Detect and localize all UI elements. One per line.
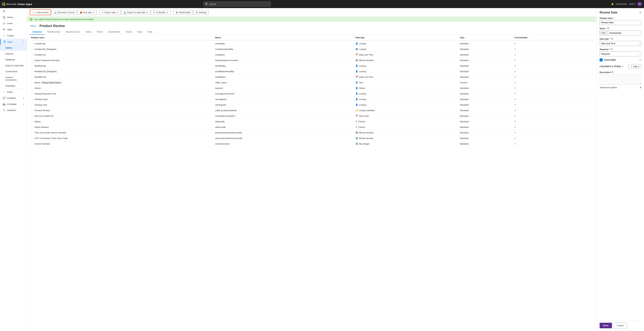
display-name-input[interactable] [600,20,641,25]
panel-close-button[interactable]: ✕ [639,11,641,14]
required-info-icon[interactable]: ⓘ [610,48,612,51]
col-header-display-name[interactable]: Display name ↑↓ [30,35,214,41]
col-header-data-type[interactable]: Data type ↕ [354,35,458,41]
sidebar-label-export-lake: Export to data lake [6,64,24,67]
row-dots[interactable]: ··· [31,70,34,73]
cell-type: Standard [458,130,513,135]
row-dots[interactable]: ··· [31,115,34,117]
sidebar-item-connections[interactable]: Connections [0,68,27,74]
sidebar-item-choices[interactable]: Choices [0,51,27,57]
sidebar-item-flows[interactable]: ↔ Flows [0,89,27,95]
searchable-row: Searchable ⓘ [600,58,641,61]
name-input[interactable] [608,30,641,35]
calc-rollup-row: Calculated or Rollup ⓘ ＋ Add ∨ [600,64,641,69]
row-dots[interactable]: ··· [31,126,34,128]
search-placeholder: Search [210,3,216,5]
sidebar-item-apps[interactable]: ⊞ Apps [0,26,27,32]
edit-excel-button[interactable]: 📊 Edit data in Excel [52,10,77,15]
sidebar-item-data[interactable]: 🗄 Data ∧ [0,39,27,45]
col-header-customizable[interactable]: Customizable ↕ [513,35,594,41]
sidebar-item-learn[interactable]: 📖 Learn [0,20,27,26]
tab-columns[interactable]: Columns [30,29,44,35]
sidebar-item-gateways[interactable]: Gateways [0,83,27,89]
row-dots[interactable]: ··· [31,104,34,106]
sidebar-hamburger[interactable]: ☰ [0,8,27,14]
sidebar-item-tables[interactable]: Tables [0,45,27,51]
tab-keys[interactable]: Keys [135,29,145,35]
tab-relationships[interactable]: Relationships [44,29,63,35]
cell-type: Standard [458,96,513,102]
ai-builder-chevron-icon: ∨ [23,103,24,105]
advanced-options-row[interactable]: Advanced options ∨ [600,84,641,90]
sidebar-item-dataflows[interactable]: Dataflows [0,57,27,63]
settings-button[interactable]: ⚙ Settings [194,10,209,15]
check-icon: ✓ [514,42,516,45]
tab-charts[interactable]: Charts [123,29,135,35]
row-dots[interactable]: ··· [31,59,34,61]
add-column-button[interactable]: ＋ + Add column [30,9,51,15]
required-select[interactable]: Required Optional [600,51,641,56]
cell-name: modifiedon [214,74,354,80]
row-dots[interactable]: ··· [31,87,34,89]
table-row: ··· Modified By modifiedby 👤 Lookup Stan… [30,63,594,69]
row-dots[interactable]: ··· [31,137,34,139]
sidebar-item-export-lake[interactable]: Export to data lake [0,63,27,68]
calc-rollup-info-icon[interactable]: ⓘ [622,65,624,68]
ai-builder-button[interactable]: ✦ AI Builder ∨ [151,10,170,15]
tab-views[interactable]: Views [83,29,94,35]
description-info-icon[interactable]: ⓘ [612,71,614,74]
done-button[interactable]: Done [600,323,612,328]
tab-dashboards[interactable]: Dashboards [106,29,123,35]
data-table-area: Display name ↑↓ Name ↕ Data type ↕ Type … [27,35,597,331]
name-info-icon[interactable]: ⓘ [607,27,609,30]
row-dots[interactable]: ··· [31,109,34,112]
row-dots[interactable]: ··· [31,143,34,145]
user-avatar[interactable]: MR [637,2,642,6]
main-content: ＋ + Add column 📊 Edit data in Excel 📥 Ge… [27,8,597,331]
row-dots[interactable]: ··· [31,65,34,67]
row-dots[interactable]: ··· [31,120,34,123]
cell-display-name: ··· Time Zone Rule Version Number [30,130,214,135]
sidebar-item-chatbots[interactable]: 💬 Chatbots ∨ [0,95,27,101]
col-header-type[interactable]: Type ↕ [458,35,513,41]
check-icon: ✓ [514,109,516,112]
tab-data[interactable]: Data [145,29,155,35]
sidebar-item-create[interactable]: ＋ Create [0,32,27,39]
description-textarea[interactable] [600,74,641,84]
tab-business-rules[interactable]: Business rules [63,29,83,35]
row-dots[interactable]: ··· [31,131,34,134]
row-dots[interactable]: ··· [31,48,34,50]
tab-forms[interactable]: Forms [94,29,106,35]
type-icon: 👤 [356,104,358,106]
export-data-button[interactable]: ⇒ Export data ∨ [100,10,121,15]
searchable-info-icon[interactable]: ⓘ [639,58,641,61]
row-dots[interactable]: ··· [31,81,34,84]
sidebar-item-ai-builder[interactable]: 🤖 AI Builder ∨ [0,101,27,107]
add-label: Add [633,65,637,68]
search-bar[interactable]: 🔍 Search [204,1,271,7]
data-type-info-icon[interactable]: ⓘ [611,37,613,40]
row-dots[interactable]: ··· [31,53,34,56]
breadcrumb-parent[interactable]: Tables [30,25,36,27]
sidebar-item-solutions[interactable]: 🔧 Solutions [0,107,27,113]
export-lake-button[interactable]: 🌊 Export to data lake ∨ [121,10,150,15]
col-header-name[interactable]: Name ↕ [214,35,354,41]
cancel-button[interactable]: Cancel [613,323,627,328]
delete-table-button[interactable]: 🗑 Delete table [174,10,193,15]
row-dots[interactable]: ··· [31,76,34,78]
add-calc-rollup-button[interactable]: ＋ Add ∨ [628,64,641,69]
get-data-button[interactable]: 📥 Get data ∨ [78,10,97,15]
row-dots[interactable]: ··· [31,42,34,45]
add-icon: ＋ [630,65,632,68]
sidebar-item-custom-connectors[interactable]: Custom Connectors [0,74,27,83]
cell-display-name: ··· Created By [30,41,214,46]
cell-type: Standard [458,113,513,119]
row-dots[interactable]: ··· [31,98,34,100]
row-dots[interactable]: ··· [31,92,34,95]
notification-icon[interactable]: 🔔 [611,3,614,5]
searchable-checkbox[interactable] [600,58,603,61]
cell-display-name: ··· UTC Conversion Time Zone Code [30,135,214,141]
data-type-select[interactable]: Date and Time Text Whole Number Lookup C… [600,41,641,46]
sidebar-item-home[interactable]: 🏠 Home [0,14,27,20]
cell-name: utcconversiontimezonecode [214,135,354,141]
